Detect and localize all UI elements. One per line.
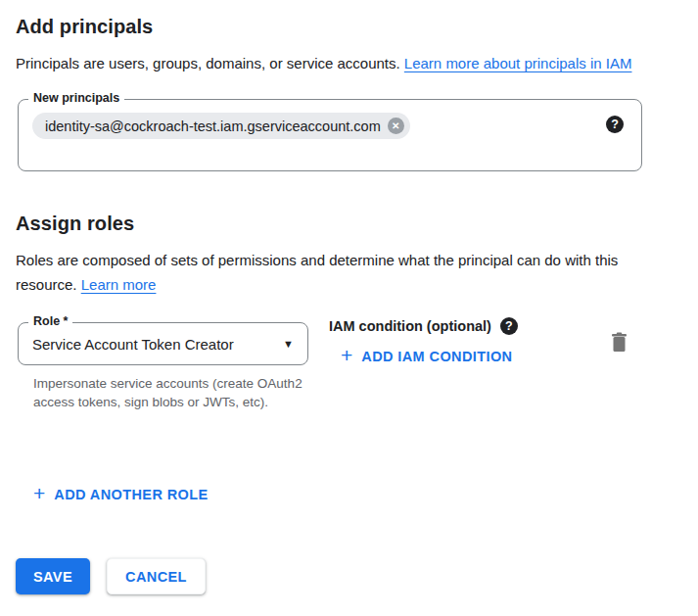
new-principals-label: New principals <box>28 91 124 105</box>
page-title: Add principals <box>16 16 682 38</box>
trash-icon <box>610 341 628 355</box>
role-select-label: Role * <box>28 314 72 328</box>
add-iam-condition-button[interactable]: +ADD IAM CONDITION <box>341 345 512 368</box>
role-select[interactable]: Role * Service Account Token Creator ▼ <box>18 322 308 365</box>
chevron-down-icon: ▼ <box>283 338 294 350</box>
plus-icon: + <box>33 482 45 505</box>
role-select-value: Service Account Token Creator <box>32 336 275 353</box>
cancel-button[interactable]: CANCEL <box>107 558 206 594</box>
learn-more-roles-link[interactable]: Learn more <box>81 276 157 293</box>
add-another-role-label: ADD ANOTHER ROLE <box>54 487 208 502</box>
save-button[interactable]: SAVE <box>16 558 90 594</box>
plus-icon: + <box>341 344 352 367</box>
new-principals-help-icon[interactable]: ? <box>606 116 624 133</box>
add-principals-panel: Add principals Principals are users, gro… <box>0 0 698 411</box>
role-row: Role * Service Account Token Creator ▼ I… <box>18 322 642 411</box>
iam-condition-label: IAM condition (optional) <box>329 318 491 334</box>
add-iam-condition-label: ADD IAM CONDITION <box>361 349 512 364</box>
delete-role-button[interactable] <box>610 332 628 355</box>
dialog-actions: SAVE CANCEL <box>16 558 206 594</box>
principal-chip-value: identity-sa@cockroach-test.iam.gservicea… <box>45 118 381 134</box>
chip-close-icon[interactable]: ✕ <box>388 118 404 134</box>
new-principals-field[interactable]: New principals identity-sa@cockroach-tes… <box>18 99 642 171</box>
iam-condition-column: IAM condition (optional) ? +ADD IAM COND… <box>329 322 610 368</box>
role-column: Role * Service Account Token Creator ▼ I… <box>18 322 308 411</box>
principal-chip: identity-sa@cockroach-test.iam.gservicea… <box>32 113 410 139</box>
learn-more-principals-link[interactable]: Learn more about principals in IAM <box>404 55 632 71</box>
add-another-role-button[interactable]: +ADD ANOTHER ROLE <box>33 483 209 506</box>
delete-role-column <box>610 322 628 356</box>
assign-roles-title: Assign roles <box>16 213 682 235</box>
principals-description-text: Principals are users, groups, domains, o… <box>16 55 404 71</box>
roles-description: Roles are composed of sets of permission… <box>16 248 662 297</box>
principals-description: Principals are users, groups, domains, o… <box>16 51 662 75</box>
role-helper-text: Impersonate service accounts (create OAu… <box>33 374 310 411</box>
iam-condition-label-row: IAM condition (optional) ? <box>329 317 610 335</box>
iam-condition-help-icon[interactable]: ? <box>500 317 518 335</box>
